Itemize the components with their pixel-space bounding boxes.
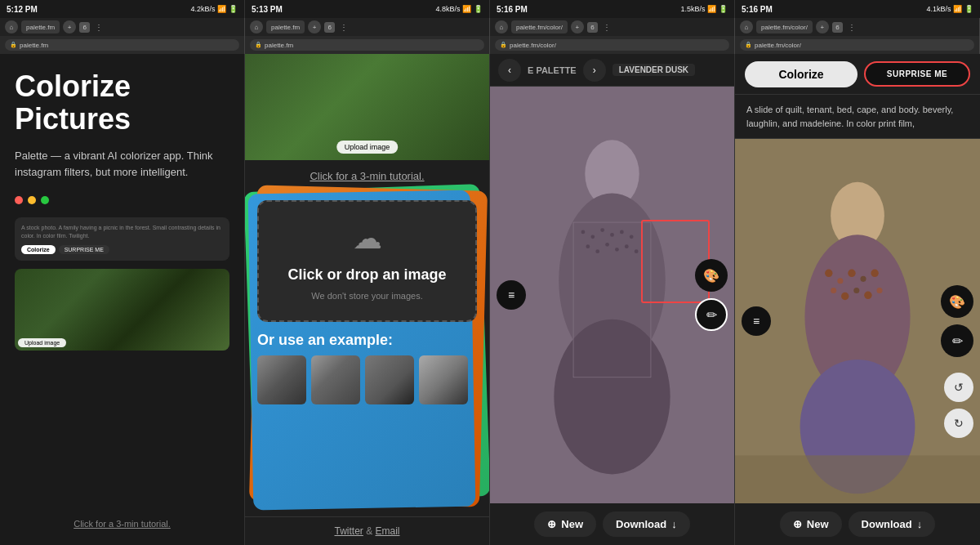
panel-before: ‹ E PALETTE › LAVENDER DUSK [490,54,735,545]
home-icon-3[interactable]: ⌂ [495,20,508,34]
tab-bar-4: ⌂ palette.fm/color/ + 6 ⋮ [735,18,979,36]
page-description: Palette — a vibrant AI colorizer app. Th… [15,148,229,180]
svg-point-10 [630,235,634,239]
svg-rect-31 [735,455,980,503]
url-bar-1[interactable]: 🔒 palette.fm [5,39,239,51]
home-icon-2[interactable]: ⌂ [250,20,263,34]
home-icon-1[interactable]: ⌂ [5,20,18,34]
download-button-after[interactable]: Download ↓ [849,511,936,537]
upload-overlay-btn[interactable]: Upload image [336,141,399,154]
add-tab-1[interactable]: + [63,20,76,34]
time-2: 5:13 PM [252,5,283,14]
example-thumb-4[interactable] [419,355,468,404]
svg-point-13 [605,243,609,247]
tab-url-1: palette.fm [26,24,55,31]
palette-nav-prev[interactable]: ‹ [498,59,521,82]
home-icon-4[interactable]: ⌂ [740,20,753,34]
url-bar-2[interactable]: 🔒 palette.fm [250,39,484,51]
palette-button-after[interactable]: 🎨 [941,285,973,318]
url-bar-4[interactable]: 🔒 palette.fm/color/ [740,39,974,51]
svg-point-7 [600,228,604,232]
tab-1[interactable]: palette.fm [21,20,60,34]
new-button-after[interactable]: ⊕ New [780,511,842,537]
before-image-area: ≡ 🎨 ✏ [490,87,734,503]
network-info-4: 4.1kB/s [926,5,951,13]
twitter-link[interactable]: Twitter [334,525,363,537]
forest-image: Upload image [15,269,229,351]
mini-colorize-button[interactable]: Colorize [21,245,56,254]
add-tab-3[interactable]: + [571,20,584,34]
download-arrow-icon: ↓ [671,518,677,530]
colorize-header: Colorize SURPRISE ME [735,54,980,95]
after-image-area: ≡ 🎨 ✏ ↺ ↻ [735,139,980,503]
url-bar-3[interactable]: 🔒 palette.fm/color/ [495,39,729,51]
time-1: 5:12 PM [7,5,38,14]
status-bar-4: 5:16 PM 4.1kB/s 📶 🔋 [735,0,980,18]
more-options-3[interactable]: ⋮ [603,23,611,32]
more-options-1[interactable]: ⋮ [95,23,103,32]
svg-point-22 [837,278,843,284]
svg-point-27 [841,293,849,300]
drop-zone[interactable]: ☁︎ Click or drop an image We don't store… [257,200,477,322]
download-button-before[interactable]: Download ↓ [603,511,690,537]
undo-button[interactable]: ↺ [944,373,973,402]
colorize-button-main[interactable]: Colorize [745,61,858,87]
tab-4[interactable]: palette.fm/color/ [756,20,813,34]
tab-url-4: palette.fm/color/ [761,24,808,31]
email-link[interactable]: Email [376,525,400,537]
tab-bar-1: ⌂ palette.fm + 6 ⋮ [0,18,244,36]
palette-button-before[interactable]: 🎨 [695,259,728,292]
more-options-4[interactable]: ⋮ [848,23,856,32]
svg-point-5 [581,230,586,235]
svg-point-6 [590,235,595,239]
redo-button[interactable]: ↻ [944,409,973,438]
new-button-before[interactable]: ⊕ New [534,511,596,537]
svg-point-9 [620,230,624,235]
example-thumb-3[interactable] [365,355,414,404]
tab-count-4[interactable]: 6 [832,22,843,33]
example-thumb-2[interactable] [311,355,360,404]
browser-chrome-4: ⌂ palette.fm/color/ + 6 ⋮ 🔒 palette.fm/c… [735,18,980,54]
palette-nav-next[interactable]: › [583,59,606,82]
svg-point-8 [610,233,614,237]
menu-button-after[interactable]: ≡ [742,306,771,336]
drop-zone-wrapper: ☁︎ Click or drop an image We don't store… [245,192,489,516]
top-preview-image: Upload image [245,54,489,160]
upload-image-button[interactable]: Upload image [18,338,66,347]
lock-icon-3: 🔒 [500,42,507,48]
tutorial-link[interactable]: Click for a 3-min tutorial. [15,519,229,529]
nav-bar-4: 🔒 palette.fm/color/ [735,36,979,54]
menu-button-before[interactable]: ≡ [497,280,526,310]
svg-point-29 [864,292,871,299]
mini-preview-card: A stock photo. A family having a picnic … [15,217,229,261]
tab-2[interactable]: palette.fm [266,20,305,34]
tab-count-2[interactable]: 6 [324,22,335,33]
traffic-lights [15,196,229,204]
surprise-me-button[interactable]: SURPRISE ME [864,61,970,87]
tab-3[interactable]: palette.fm/color/ [511,20,568,34]
status-icons-4: 4.1kB/s 📶 🔋 [926,5,973,13]
tab-count-1[interactable]: 6 [79,22,90,33]
network-info-1: 4.2kB/s [190,5,215,13]
footer-separator: & [366,525,375,537]
lock-icon-4: 🔒 [745,42,752,48]
more-options-2[interactable]: ⋮ [340,23,348,32]
mini-surprise-button[interactable]: SURPRISE ME [59,245,109,254]
action-buttons-before: 🎨 ✏ [695,259,728,331]
edit-button-after[interactable]: ✏ [941,324,973,357]
edit-button-before[interactable]: ✏ [695,298,728,331]
add-tab-4[interactable]: + [816,20,829,34]
svg-point-24 [861,276,866,282]
url-text-2: palette.fm [265,42,293,49]
tab-bar-2: ⌂ palette.fm + 6 ⋮ [245,18,489,36]
new-label-before: New [561,518,583,530]
browser-chrome-3: ⌂ palette.fm/color/ + 6 ⋮ 🔒 palette.fm/c… [490,18,735,54]
action-buttons-after: 🎨 ✏ [941,285,973,357]
lock-icon-2: 🔒 [255,42,262,48]
panel-3-bottom-bar: ⊕ New Download ↓ [490,503,734,545]
add-tab-2[interactable]: + [308,20,321,34]
example-thumb-1[interactable] [257,355,306,404]
page-title: ColorizePictures [15,70,229,135]
lock-icon-1: 🔒 [10,42,17,48]
tab-count-3[interactable]: 6 [587,22,598,33]
